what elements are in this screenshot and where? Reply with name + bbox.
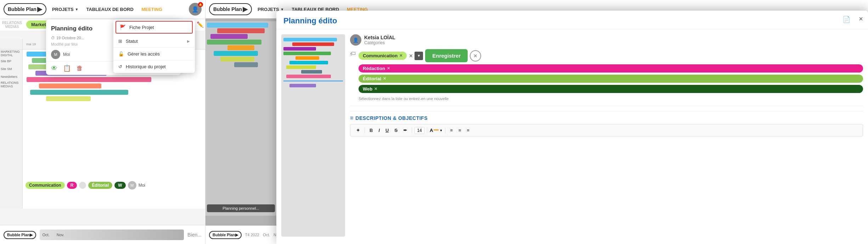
toolbar-color-btn[interactable]: A ▼ [430,128,443,133]
dropdown-gerer-acces[interactable]: 🔓 Gérer les accès [113,48,195,60]
toolbar-align[interactable]: ≡ [465,127,472,134]
modal-divider [350,106,863,106]
toolbar-sep-2 [412,128,412,133]
left-nav-projets[interactable]: PROJETS ▼ [50,5,81,13]
cat-editorial-remove[interactable]: ✕ [383,76,386,81]
copy-icon[interactable]: 📋 [63,64,71,72]
cat-web-remove[interactable]: ✕ [374,87,377,91]
dropdown-fiche-label: Fiche Projet [129,25,154,30]
toolbar-font-size[interactable] [415,127,424,134]
dropdown-historique[interactable]: ↺ Historique du projet [113,60,195,73]
toolbar-italic[interactable]: I [376,127,382,134]
right-nav-projets-label: PROJETS [258,7,279,12]
dropdown-menu: 🚩 Fiche Projet ⊞ Statut ▶ 🔓 Gérer les ac… [113,19,195,73]
right-footer-logo-text: Bubble Plan [213,233,235,237]
toolbar-list-ol[interactable]: ≡ [456,127,463,134]
gantt-label-sidebar: MARKETING DIGITAL Site BP Site SM Newsle… [0,39,23,209]
categories-row1: Communication ✕ ✕ ▼ Enregistrer ✕ [359,49,863,62]
modal-avatar: 👤 [350,34,361,46]
cat-communication[interactable]: Communication ✕ [359,52,407,60]
delete-icon[interactable]: 🗑 [77,65,83,72]
clock-icon: ⏱ [51,36,55,40]
left-nav-meeting-label: MEETING [141,7,162,12]
modal-close-btn[interactable]: × [859,15,863,23]
edit-pencil-icon[interactable]: ✏️ [197,21,204,28]
footer-bienvenue: Bien... [187,232,202,238]
categories-tags: Communication ✕ ✕ ▼ Enregistrer ✕ [359,49,863,101]
left-nav-tableaux[interactable]: TABLEAUX DE BORD [84,5,136,13]
left-nav-projets-label: PROJETS [52,7,74,12]
toolbar-eraser[interactable]: ✒ [401,127,409,134]
cat-editorial[interactable]: Éditorial ✕ [359,75,863,83]
modal-user-info: Ketsia LOÏAL Catégories [364,35,395,45]
lock-icon: 🔓 [118,51,124,57]
cat-web-label: Web [363,86,372,92]
dropdown-statut-label: Statut [126,39,138,44]
dropdown-fiche-projet[interactable]: 🚩 Fiche Projet [115,21,193,34]
right-footer-oct: Oct. [263,233,270,237]
gantt-label-mkt-digital: MARKETING DIGITAL [0,50,22,57]
rg-bar-6 [214,51,258,56]
description-header: ≡ DESCRIPTION & OBJECTIFS [350,115,863,121]
editor-toolbar: ✦ B I U S ✒ A ▼ [350,124,863,136]
editorial-tag-label: Éditorial [92,183,109,188]
right-logo-text: Bubble Plan [213,6,242,12]
left-nav-meeting[interactable]: MEETING [139,5,164,13]
add-cat-controls: ✕ ▼ [409,52,423,60]
toolbar-wand[interactable]: ✦ [354,127,362,134]
thumb-divider [283,81,343,81]
cat-redaction-remove[interactable]: ✕ [387,66,390,71]
dropdown-statut[interactable]: ⊞ Statut ▶ [113,35,195,48]
planning-user-avatar: M [51,50,60,59]
cat-redaction-label: Rédaction [363,66,385,71]
left-logo[interactable]: Bubble Plan ▶ [4,3,46,15]
cancel-btn[interactable]: ✕ [470,50,481,62]
add-cat-chevron-btn[interactable]: ▼ [415,52,423,60]
gantt-bar-7 [30,90,128,95]
web-tag: W [114,182,125,189]
tag-icon: 🏷 [350,51,356,57]
gantt-label-site-sm: Site SM [0,65,22,73]
categories-section: 🏷 Communication ✕ ✕ ▼ E [350,49,863,101]
cat-web[interactable]: Web ✕ [359,85,863,93]
rg-bar-2 [217,28,265,33]
right-logo[interactable]: Bubble Plan ▶ [209,3,252,15]
gantt-label-site-bp: Site BP [0,57,22,65]
left-nav-projets-chevron: ▼ [75,7,79,11]
modal-user-row: 👤 Ketsia LOÏAL Catégories [350,34,863,46]
desc-icon: ≡ [350,115,353,121]
right-footer-t4: T4 2022 [245,233,259,237]
toolbar-bold[interactable]: B [367,127,375,134]
cat-redaction[interactable]: Rédaction ✕ [359,64,863,72]
modal: × Planning édito 📄 [276,11,868,244]
left-footer-logo-text: Bubble Plan [7,233,30,237]
comm-tag: Communication [26,182,65,189]
toolbar-strikethrough[interactable]: S [392,127,400,134]
comm-tag-label: Communication [29,183,61,188]
cat-communication-label: Communication [363,53,398,58]
user-moi-avatar: M [128,181,136,190]
export-btn[interactable]: 📄 [842,16,850,23]
rg-bar-8 [234,62,258,67]
enregistrer-btn[interactable]: Enregistrer [425,49,468,62]
thumb-bar-3 [283,47,316,51]
left-avatar-bell[interactable]: 👤 🔔 [189,3,202,16]
footer-nov: Nov. [57,233,64,237]
add-cat-x-btn[interactable]: ✕ [409,53,413,59]
history-icon: ↺ [118,64,122,69]
view-icon[interactable]: 👁 [51,65,57,72]
redaction-tag-label: R [71,183,74,188]
rg-bar-7 [220,57,254,62]
modal-thumbnail [281,34,345,237]
thumb-bars-container [281,34,345,91]
toolbar-color-label: A [430,128,433,133]
editorial-tag: Éditorial [88,182,112,189]
toolbar-list-ul[interactable]: ≡ [448,127,455,134]
dropdown-gerer-label: Gérer les accès [128,51,160,57]
gantt-bar-5 [27,77,151,82]
cat-communication-remove[interactable]: ✕ [399,53,402,58]
month-mai: mai 19 [26,42,36,46]
toolbar-underline[interactable]: U [383,127,391,134]
right-footer-tail: ▶ [235,233,238,237]
planning-card-title: Planning édito [51,25,92,32]
